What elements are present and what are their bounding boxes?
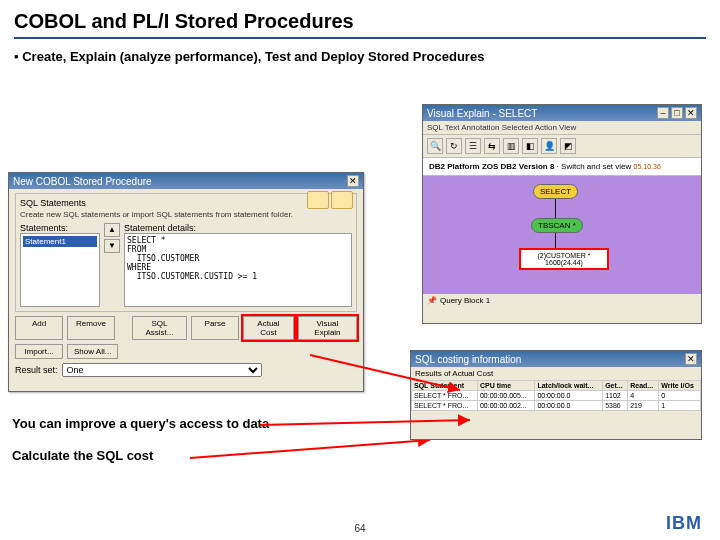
callout-cost: Calculate the SQL cost [12, 448, 153, 463]
tool-icon[interactable]: 👤 [541, 138, 557, 154]
ve-menubar[interactable]: SQL Text Annotation Selected Action View [423, 121, 701, 135]
callout-access: You can improve a query's access to data [12, 416, 269, 431]
col-header[interactable]: CPU time [477, 381, 534, 391]
sql-icon [307, 191, 329, 209]
ve-info-bar: DB2 Platform ZOS DB2 Version 8 · Switch … [423, 158, 701, 176]
slide-title: COBOL and PL/I Stored Procedures [0, 0, 720, 37]
col-header[interactable]: Get... [603, 381, 628, 391]
col-header[interactable]: Latch/lock wait... [535, 381, 603, 391]
icon-tray [307, 191, 353, 209]
tool-icon[interactable]: 🔍 [427, 138, 443, 154]
cost-title-text: SQL costing information [415, 354, 521, 365]
explain-canvas[interactable]: SELECT TBSCAN * (2)CUSTOMER * 1600(24.44… [423, 176, 701, 294]
plan-node-table[interactable]: (2)CUSTOMER * 1600(24.44) [519, 248, 609, 270]
statements-listbox[interactable]: Statement1 [20, 233, 100, 307]
ibm-logo: IBM [666, 513, 702, 534]
db-icon [331, 191, 353, 209]
parse-button[interactable]: Parse [191, 316, 239, 340]
page-number: 64 [0, 523, 720, 534]
list-item[interactable]: Statement1 [23, 236, 97, 247]
plan-node-select[interactable]: SELECT [533, 184, 578, 199]
close-icon[interactable]: ✕ [347, 175, 359, 187]
sql-assist-button[interactable]: SQL Assist... [132, 316, 187, 340]
tool-icon[interactable]: ☰ [465, 138, 481, 154]
ve-titlebar: Visual Explain - SELECT – □ ✕ [423, 105, 701, 121]
cost-table: SQL Statement CPU time Latch/lock wait..… [411, 380, 701, 411]
ve-statusbar: 📌 Query Block 1 [423, 294, 701, 307]
dialog-titlebar: New COBOL Stored Procedure ✕ [9, 173, 363, 189]
table-row[interactable]: SELECT * FRO...00:00:00.002...00:00:00.0… [412, 401, 701, 411]
visual-explain-button[interactable]: Visual Explain [298, 316, 357, 340]
tool-icon[interactable]: ◧ [522, 138, 538, 154]
resultset-label: Result set: [15, 365, 58, 375]
add-button[interactable]: Add [15, 316, 63, 340]
group-desc: Create new SQL statements or import SQL … [20, 210, 352, 219]
move-up-button[interactable]: ▲ [104, 223, 120, 237]
show-all-button[interactable]: Show All... [67, 344, 118, 359]
dialog-title-text: New COBOL Stored Procedure [13, 176, 152, 187]
table-row[interactable]: SELECT * FRO...00:00:00.005...00:00:00.0… [412, 391, 701, 401]
remove-button[interactable]: Remove [67, 316, 115, 340]
ve-toolbar: 🔍 ↻ ☰ ⇆ ▥ ◧ 👤 ◩ [423, 135, 701, 158]
statements-label: Statements: [20, 223, 100, 233]
sql-textarea[interactable]: SELECT * FROM ITSO.CUSTOMER WHERE ITSO.C… [124, 233, 352, 307]
title-underline [14, 37, 706, 39]
pin-icon: 📌 [427, 296, 437, 305]
actual-cost-button[interactable]: Actual Cost [243, 316, 294, 340]
col-header[interactable]: SQL Statement [412, 381, 478, 391]
close-icon[interactable]: ✕ [685, 353, 697, 365]
visual-explain-window: Visual Explain - SELECT – □ ✕ SQL Text A… [422, 104, 702, 324]
tool-icon[interactable]: ↻ [446, 138, 462, 154]
col-header[interactable]: Read... [628, 381, 659, 391]
bullet-text: Create, Explain (analyze performance), T… [0, 45, 720, 72]
tool-icon[interactable]: ◩ [560, 138, 576, 154]
ve-title-text: Visual Explain - SELECT [427, 108, 537, 119]
move-down-button[interactable]: ▼ [104, 239, 120, 253]
sql-costing-window: SQL costing information ✕ Results of Act… [410, 350, 702, 440]
new-procedure-dialog: New COBOL Stored Procedure ✕ SQL Stateme… [8, 172, 364, 392]
minimize-icon[interactable]: – [657, 107, 669, 119]
import-button[interactable]: Import... [15, 344, 63, 359]
maximize-icon[interactable]: □ [671, 107, 683, 119]
cost-titlebar: SQL costing information ✕ [411, 351, 701, 367]
col-header[interactable]: Write I/Os [659, 381, 701, 391]
tool-icon[interactable]: ⇆ [484, 138, 500, 154]
tool-icon[interactable]: ▥ [503, 138, 519, 154]
resultset-select[interactable]: One [62, 363, 262, 377]
group-label: SQL Statements [20, 198, 352, 208]
close-icon[interactable]: ✕ [685, 107, 697, 119]
cost-subtitle: Results of Actual Cost [411, 367, 701, 380]
arrow-icon [180, 440, 440, 480]
plan-node-tbscan[interactable]: TBSCAN * [531, 218, 583, 233]
sql-statements-group: SQL Statements Create new SQL statements… [15, 193, 357, 312]
svg-line-2 [190, 440, 430, 458]
detail-label: Statement details: [124, 223, 352, 233]
